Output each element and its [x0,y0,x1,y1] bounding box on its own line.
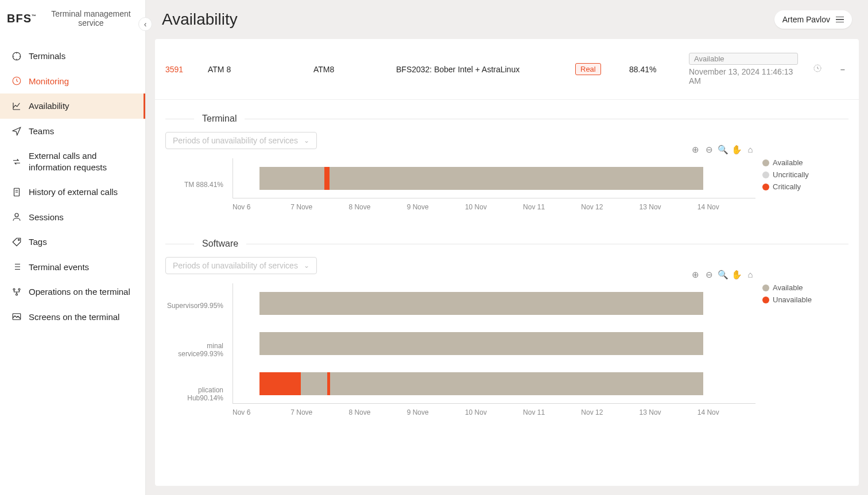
sidebar-item-tags[interactable]: Tags [0,229,145,255]
topbar: Availability Artem Pavlov [146,0,868,39]
terminal-badges: Real [575,63,615,75]
sidebar-item-external-calls[interactable]: External calls and information requests [0,143,145,180]
sidebar-item-teams[interactable]: Teams [0,119,145,144]
terminal-xaxis: Nov 67 Nove8 Nove9 Nove10 NovNov 11Nov 1… [232,203,755,211]
chevron-down-icon: ⌄ [304,262,309,270]
software-ylabel-terminal-service: minal service99.93% [165,330,223,370]
software-legend: Available Unavailable [762,283,848,416]
zoom-in-icon[interactable]: ⊕ [690,145,700,155]
sidebar-item-label: Tags [29,236,47,248]
sidebar-item-operations[interactable]: Operations on the terminal [0,279,145,305]
chart-row [233,323,755,364]
segment-critical [324,167,330,190]
hamburger-icon [836,17,844,23]
terminal-date: November 13, 2024 11:46:13 AM [689,67,798,85]
software-ylabel-app-hub: plication Hub90.14% [165,374,223,414]
clock-icon [812,64,823,75]
svg-point-4 [18,239,20,240]
segment-available [259,292,704,315]
terminal-chart-ylabel: TM 888.41% [184,165,223,205]
app-title: Terminal management service [44,9,138,28]
image-icon [11,311,22,322]
sidebar-item-label: Operations on the terminal [29,286,130,298]
legend-uncritically[interactable]: Uncritically [762,170,848,179]
sidebar-item-label: Terminal events [29,262,89,273]
home-icon[interactable]: ⌂ [745,270,755,280]
terminal-name: ATM 8 [208,65,300,74]
segment-unavailable [259,372,301,395]
pan-icon[interactable]: ✋ [731,145,742,155]
doc-icon [11,187,22,197]
badge-available: Available [689,53,798,65]
svg-point-5 [13,289,15,290]
terminal-id[interactable]: 3591 [165,65,194,74]
operation-icon [11,287,22,297]
sidebar-item-screens[interactable]: Screens on the terminal [0,305,145,330]
dashboard-icon [11,51,22,61]
terminal-panel: Terminal Periods of unavailability of se… [155,114,859,225]
svg-point-6 [18,289,20,290]
svg-point-7 [16,294,18,295]
software-panel-title: Software [202,239,238,249]
nav: Terminals Monitoring Availability Teams … [0,37,145,495]
terminal-desc: BFS2032: Bober Intel + AstraLinux [396,65,561,74]
sidebar: BFS™ Terminal management service ‹ Termi… [0,0,146,495]
chart-row [233,158,755,198]
terminal-code: ATM8 [313,65,382,74]
software-chart: Supervisor99.95% minal service99.93% pli… [165,283,848,416]
sidebar-item-sessions[interactable]: Sessions [0,205,145,230]
software-chart-toolbar: ⊕ ⊖ 🔍 ✋ ⌂ [690,270,755,280]
sidebar-item-label: Availability [29,100,69,112]
chart-row [233,283,755,323]
legend-available[interactable]: Available [762,283,848,292]
sidebar-collapse-button[interactable]: ‹ [138,17,152,31]
segment-available [259,372,704,395]
user-name: Artem Pavlov [782,15,830,24]
software-panel: Software Periods of unavailability of se… [155,239,859,430]
zoom-out-icon[interactable]: ⊖ [704,145,714,155]
dropdown-label: Periods of unavailability of services [173,136,298,145]
software-periods-dropdown[interactable]: Periods of unavailability of services ⌄ [165,257,317,274]
terminal-chart: TM 888.41% ⊕ ⊖ 🔍 ✋ ⌂ [165,158,848,211]
zoom-in-icon[interactable]: ⊕ [690,270,700,280]
segment-unavailable [327,372,330,395]
tag-icon [11,237,22,247]
chart-icon [11,101,22,111]
sidebar-item-terminal-events[interactable]: Terminal events [0,255,145,280]
zoom-out-icon[interactable]: ⊖ [704,270,714,280]
sidebar-item-label: External calls and information requests [29,150,134,173]
software-ylabel-supervisor: Supervisor99.95% [167,286,223,326]
software-xaxis: Nov 67 Nove8 Nove9 Nove10 NovNov 11Nov 1… [232,408,755,416]
main: Availability Artem Pavlov 3591 ATM 8 ATM… [146,0,868,495]
page-title: Availability [162,10,238,29]
home-icon[interactable]: ⌂ [745,145,755,155]
terminal-pct: 88.41% [629,65,675,74]
send-icon [11,126,22,136]
terminal-legend: Available Uncritically Critically [762,158,848,211]
sidebar-item-history[interactable]: History of external calls [0,180,145,205]
pan-icon[interactable]: ✋ [731,270,742,280]
legend-critically[interactable]: Critically [762,182,848,191]
terminal-info-row: 3591 ATM 8 ATM8 BFS2032: Bober Intel + A… [155,39,859,100]
segment-available [259,332,704,355]
badge-real: Real [575,63,601,75]
sidebar-item-label: Screens on the terminal [29,311,119,323]
user-icon [11,212,22,222]
content: 3591 ATM 8 ATM8 BFS2032: Bober Intel + A… [155,39,859,486]
legend-available[interactable]: Available [762,158,848,167]
zoom-icon[interactable]: 🔍 [718,145,728,155]
zoom-icon[interactable]: 🔍 [718,270,728,280]
sidebar-item-monitoring[interactable]: Monitoring [0,69,145,94]
swap-icon [11,157,22,167]
user-menu[interactable]: Artem Pavlov [774,10,852,29]
chevron-down-icon: ⌄ [304,137,309,145]
list-icon [11,262,22,272]
sidebar-item-availability[interactable]: Availability [0,93,145,119]
legend-unavailable[interactable]: Unavailable [762,295,848,304]
sidebar-item-label: Sessions [29,212,64,223]
collapse-row-button[interactable]: – [837,65,848,74]
sidebar-item-label: History of external calls [29,186,118,198]
svg-point-3 [15,213,18,217]
sidebar-item-terminals[interactable]: Terminals [0,44,145,69]
terminal-periods-dropdown[interactable]: Periods of unavailability of services ⌄ [165,132,317,149]
